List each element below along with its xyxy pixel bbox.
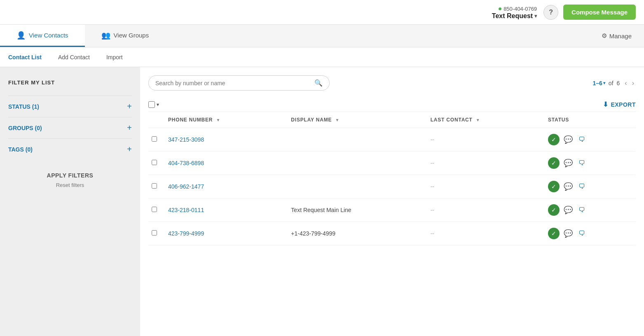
th-checkbox — [148, 112, 165, 128]
reset-filters-button[interactable]: Reset filters — [8, 182, 132, 188]
filter-groups-plus-icon: + — [127, 123, 132, 133]
filter-status-plus-icon: + — [127, 102, 132, 111]
row-last-contact: -- — [427, 198, 545, 222]
display-sort-icon: ▼ — [335, 118, 340, 122]
gear-icon: ⚙ — [602, 32, 607, 40]
phone-sort-icon: ▼ — [216, 118, 220, 122]
message-icon[interactable]: 🗨 — [578, 230, 585, 237]
start-conversation-icon[interactable]: 💬 — [564, 205, 573, 215]
pagination-of: of — [609, 80, 614, 86]
th-status: STATUS — [545, 112, 636, 128]
row-display — [288, 152, 427, 175]
tab-manage[interactable]: ⚙ Manage — [589, 32, 644, 40]
status-active-icon: ✓ — [548, 228, 560, 239]
download-icon: ⬇ — [603, 100, 609, 108]
filter-status-label: STATUS (1) — [8, 103, 39, 110]
manage-label: Manage — [609, 33, 632, 40]
contacts-table: PHONE NUMBER ▼ DISPLAY NAME ▼ LAST CONTA… — [148, 112, 636, 245]
search-box[interactable]: 🔍 — [148, 75, 330, 91]
header: ● 850-404-0769 Text Request ▾ ? Compose … — [0, 0, 644, 25]
start-conversation-icon[interactable]: 💬 — [564, 182, 573, 191]
table-toolbar: ▾ ⬇ EXPORT — [148, 97, 636, 112]
account-name[interactable]: Text Request ▾ — [492, 12, 537, 20]
pagination-dropdown-icon: ▾ — [603, 81, 605, 85]
search-row: 🔍 1–6 ▾ of 6 ‹ › — [148, 75, 636, 91]
status-active-icon: ✓ — [548, 181, 560, 192]
select-all-checkbox[interactable] — [148, 101, 155, 108]
chevron-down-icon: ▾ — [534, 13, 537, 19]
row-status: ✓ 💬 🗨 — [545, 128, 636, 152]
th-last-contact[interactable]: LAST CONTACT ▼ — [427, 112, 545, 128]
table-row: 423-799-4999 +1-423-799-4999 -- ✓ 💬 🗨 — [148, 222, 636, 245]
tab-view-contacts[interactable]: 👤 View Contacts — [0, 25, 85, 47]
export-button[interactable]: ⬇ EXPORT — [603, 100, 636, 108]
table-row: 406-962-1477 -- ✓ 💬 🗨 — [148, 175, 636, 198]
person-icon: 👤 — [16, 31, 26, 40]
message-icon[interactable]: 🗨 — [578, 159, 585, 167]
pagination-range[interactable]: 1–6 ▾ — [593, 80, 605, 86]
tab-view-groups-label: View Groups — [114, 32, 149, 39]
filter-groups[interactable]: GROUPS (0) + — [8, 117, 132, 138]
toolbar-left: ▾ — [148, 101, 159, 108]
row-status: ✓ 💬 🗨 — [545, 175, 636, 198]
th-display[interactable]: DISPLAY NAME ▼ — [288, 112, 427, 128]
row-checkbox-cell[interactable] — [148, 152, 165, 175]
tab-view-groups[interactable]: 👥 View Groups — [85, 25, 166, 47]
start-conversation-icon[interactable]: 💬 — [564, 159, 573, 168]
row-checkbox-cell[interactable] — [148, 198, 165, 222]
sidebar: FILTER MY LIST STATUS (1) + GROUPS (0) +… — [0, 67, 140, 336]
start-conversation-icon[interactable]: 💬 — [564, 135, 573, 144]
row-last-contact: -- — [427, 222, 545, 245]
row-checkbox[interactable] — [152, 160, 157, 165]
filter-title: FILTER MY LIST — [8, 79, 132, 86]
row-phone[interactable]: 423-218-0111 — [165, 198, 288, 222]
message-icon[interactable]: 🗨 — [578, 183, 585, 190]
pagination-next-button[interactable]: › — [630, 79, 636, 88]
filter-tags[interactable]: TAGS (0) + — [8, 138, 132, 160]
last-sort-icon: ▼ — [476, 118, 480, 122]
compose-message-button[interactable]: Compose Message — [563, 5, 636, 20]
select-all-checkbox-wrap[interactable]: ▾ — [148, 101, 159, 108]
help-button[interactable]: ? — [543, 5, 558, 20]
filter-status[interactable]: STATUS (1) + — [8, 96, 132, 117]
row-checkbox[interactable] — [152, 207, 157, 212]
main-content: FILTER MY LIST STATUS (1) + GROUPS (0) +… — [0, 67, 644, 336]
search-input[interactable] — [155, 80, 314, 86]
message-icon[interactable]: 🗨 — [578, 136, 585, 143]
message-icon[interactable]: 🗨 — [578, 206, 585, 214]
th-phone[interactable]: PHONE NUMBER ▼ — [165, 112, 288, 128]
apply-filters-button[interactable]: APPLY FILTERS — [8, 172, 132, 179]
start-conversation-icon[interactable]: 💬 — [564, 229, 573, 238]
row-last-contact: -- — [427, 152, 545, 175]
row-last-contact: -- — [427, 175, 545, 198]
sub-nav-contact-list[interactable]: Contact List — [8, 52, 42, 62]
status-active-icon: ✓ — [548, 157, 560, 169]
sub-nav-add-contact[interactable]: Add Contact — [58, 52, 90, 62]
row-status: ✓ 💬 🗨 — [545, 222, 636, 245]
pagination-nav: ‹ › — [623, 79, 636, 88]
row-phone[interactable]: 347-215-3098 — [165, 128, 288, 152]
row-checkbox[interactable] — [152, 183, 157, 189]
select-dropdown-icon[interactable]: ▾ — [157, 102, 159, 107]
phone-info: ● 850-404-0769 Text Request ▾ — [492, 5, 537, 20]
row-display — [288, 128, 427, 152]
tab-view-contacts-label: View Contacts — [29, 32, 68, 39]
filter-tags-plus-icon: + — [127, 145, 132, 154]
row-checkbox[interactable] — [152, 230, 157, 236]
table-row: 347-215-3098 -- ✓ 💬 🗨 — [148, 128, 636, 152]
row-checkbox-cell[interactable] — [148, 222, 165, 245]
phone-number: ● 850-404-0769 — [492, 5, 537, 12]
status-active-icon: ✓ — [548, 134, 560, 145]
row-phone[interactable]: 406-962-1477 — [165, 175, 288, 198]
pagination-prev-button[interactable]: ‹ — [623, 79, 628, 88]
row-checkbox-cell[interactable] — [148, 128, 165, 152]
row-phone[interactable]: 423-799-4999 — [165, 222, 288, 245]
filter-tags-label: TAGS (0) — [8, 146, 33, 153]
row-phone[interactable]: 404-738-6898 — [165, 152, 288, 175]
row-checkbox-cell[interactable] — [148, 175, 165, 198]
sub-nav-import[interactable]: Import — [106, 52, 123, 62]
row-checkbox[interactable] — [152, 136, 157, 142]
pagination-total: 6 — [617, 80, 620, 86]
row-last-contact: -- — [427, 128, 545, 152]
row-status: ✓ 💬 🗨 — [545, 152, 636, 175]
